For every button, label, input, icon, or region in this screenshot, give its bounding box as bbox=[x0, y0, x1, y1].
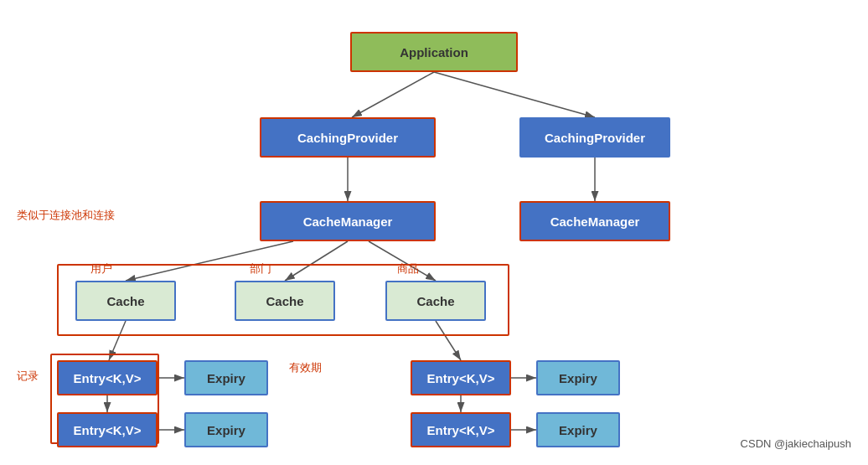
node-caching-provider-1: CachingProvider bbox=[260, 117, 436, 158]
expiry1-label: Expiry bbox=[207, 371, 245, 385]
entry4-label: Entry<K,V> bbox=[427, 423, 495, 437]
label-similar: 类似于连接池和连接 bbox=[17, 208, 115, 223]
node-cache-3: Cache bbox=[385, 281, 486, 321]
expiry4-label: Expiry bbox=[559, 423, 597, 437]
cache-manager2-label: CacheManager bbox=[550, 214, 640, 229]
entry1-label: Entry<K,V> bbox=[74, 371, 142, 385]
caching2-label: CachingProvider bbox=[545, 131, 645, 145]
application-label: Application bbox=[400, 45, 468, 59]
node-expiry-1: Expiry bbox=[184, 360, 268, 395]
node-application: Application bbox=[350, 32, 518, 72]
cache3-label: Cache bbox=[416, 294, 454, 308]
expiry2-label: Expiry bbox=[207, 423, 245, 437]
node-cache-manager-2: CacheManager bbox=[519, 201, 670, 241]
node-cache-2: Cache bbox=[235, 281, 335, 321]
entry3-label: Entry<K,V> bbox=[427, 371, 495, 385]
caching1-label: CachingProvider bbox=[297, 131, 398, 145]
watermark: CSDN @jakiechaipush bbox=[741, 437, 851, 450]
cache-manager1-label: CacheManager bbox=[303, 214, 393, 229]
entry2-label: Entry<K,V> bbox=[74, 423, 142, 437]
label-record: 记录 bbox=[17, 369, 39, 384]
cache1-label: Cache bbox=[106, 294, 144, 308]
diagram-container: Application CachingProvider CachingProvi… bbox=[0, 0, 868, 465]
node-caching-provider-2: CachingProvider bbox=[519, 117, 670, 158]
label-validity: 有效期 bbox=[289, 360, 322, 375]
svg-line-3 bbox=[434, 72, 595, 117]
node-expiry-2: Expiry bbox=[184, 412, 268, 447]
node-entry-2: Entry<K,V> bbox=[57, 412, 158, 447]
node-expiry-3: Expiry bbox=[536, 360, 620, 395]
node-entry-3: Entry<K,V> bbox=[411, 360, 511, 395]
cache2-label: Cache bbox=[266, 294, 303, 308]
node-entry-1: Entry<K,V> bbox=[57, 360, 158, 395]
node-expiry-4: Expiry bbox=[536, 412, 620, 447]
svg-line-2 bbox=[352, 72, 434, 117]
expiry3-label: Expiry bbox=[559, 371, 597, 385]
node-entry-4: Entry<K,V> bbox=[411, 412, 511, 447]
node-cache-1: Cache bbox=[75, 281, 176, 321]
node-cache-manager-1: CacheManager bbox=[260, 201, 436, 241]
